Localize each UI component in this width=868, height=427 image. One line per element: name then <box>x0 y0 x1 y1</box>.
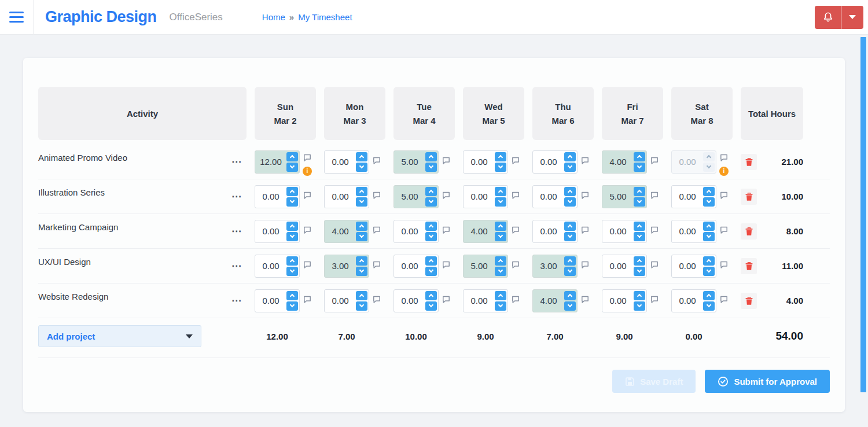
decrement-button[interactable] <box>564 197 576 207</box>
comment-icon[interactable] <box>581 157 589 164</box>
increment-button[interactable] <box>634 152 645 161</box>
decrement-button[interactable] <box>564 232 576 241</box>
decrement-button[interactable] <box>425 267 437 276</box>
hours-input[interactable]: 0.00 <box>255 255 300 278</box>
comment-icon[interactable] <box>373 192 381 199</box>
hours-input[interactable]: 3.00 <box>532 255 578 278</box>
hours-input[interactable]: 0.00 <box>602 255 647 278</box>
hours-input[interactable]: 4.00 <box>324 220 369 243</box>
row-menu-button[interactable]: ⋯ <box>231 261 243 271</box>
increment-button[interactable] <box>703 291 715 300</box>
delete-row-button[interactable] <box>741 258 757 274</box>
increment-button[interactable] <box>564 187 576 196</box>
decrement-button[interactable] <box>564 163 576 172</box>
hours-input[interactable]: 0.00 <box>393 220 439 243</box>
comment-icon[interactable] <box>512 261 520 268</box>
comment-icon[interactable] <box>720 154 728 161</box>
hours-input[interactable]: 0.00 <box>393 289 439 312</box>
decrement-button[interactable] <box>356 163 367 172</box>
increment-button[interactable] <box>425 291 437 300</box>
hours-input[interactable]: 5.00 <box>463 255 508 278</box>
row-menu-button[interactable]: ⋯ <box>231 157 243 167</box>
comment-icon[interactable] <box>720 261 728 268</box>
row-menu-button[interactable]: ⋯ <box>231 296 243 305</box>
decrement-button[interactable] <box>356 301 367 311</box>
hours-input[interactable]: 12.00 <box>255 150 300 174</box>
hours-input[interactable]: 5.00 <box>393 150 439 174</box>
hours-input[interactable]: 0.00 <box>532 220 578 243</box>
decrement-button[interactable] <box>495 232 506 241</box>
increment-button[interactable] <box>634 291 645 300</box>
decrement-button[interactable] <box>495 301 506 311</box>
increment-button[interactable] <box>425 187 437 196</box>
decrement-button[interactable] <box>703 232 715 241</box>
comment-icon[interactable] <box>512 192 520 199</box>
increment-button[interactable] <box>564 291 576 300</box>
scrollbar-thumb[interactable] <box>860 37 866 392</box>
comment-icon[interactable] <box>373 226 381 234</box>
increment-button[interactable] <box>425 256 437 266</box>
increment-button[interactable] <box>286 291 298 300</box>
comment-icon[interactable] <box>303 296 311 303</box>
comment-icon[interactable] <box>581 226 589 234</box>
delete-row-button[interactable] <box>741 293 757 309</box>
increment-button[interactable] <box>703 187 715 196</box>
comment-icon[interactable] <box>373 296 381 303</box>
increment-button[interactable] <box>634 256 645 266</box>
comment-icon[interactable] <box>581 261 589 268</box>
increment-button[interactable] <box>356 187 367 196</box>
hours-input[interactable]: 0.00 <box>532 185 578 208</box>
comment-icon[interactable] <box>442 157 450 164</box>
decrement-button[interactable] <box>356 267 367 276</box>
comment-icon[interactable] <box>303 192 311 199</box>
increment-button[interactable] <box>564 152 576 161</box>
comment-icon[interactable] <box>650 261 659 268</box>
decrement-button[interactable] <box>286 301 298 311</box>
comment-icon[interactable] <box>373 261 381 268</box>
decrement-button[interactable] <box>703 197 715 207</box>
decrement-button[interactable] <box>286 163 298 172</box>
delete-row-button[interactable] <box>741 189 757 205</box>
decrement-button[interactable] <box>634 232 645 241</box>
comment-icon[interactable] <box>303 154 311 161</box>
hours-input[interactable]: 4.00 <box>532 289 578 312</box>
decrement-button[interactable] <box>356 232 367 241</box>
hours-input[interactable]: 0.00 <box>671 185 716 208</box>
decrement-button[interactable] <box>703 301 715 311</box>
hours-input[interactable]: 0.00 <box>671 289 716 312</box>
decrement-button[interactable] <box>703 267 715 276</box>
increment-button[interactable] <box>286 222 298 231</box>
increment-button[interactable] <box>634 187 645 196</box>
increment-button[interactable] <box>286 187 298 196</box>
decrement-button[interactable] <box>564 301 576 311</box>
decrement-button[interactable] <box>425 197 437 207</box>
comment-icon[interactable] <box>512 157 520 164</box>
decrement-button[interactable] <box>356 197 367 207</box>
comment-icon[interactable] <box>581 192 589 199</box>
decrement-button[interactable] <box>634 197 645 207</box>
hours-input[interactable]: 0.00 <box>255 185 300 208</box>
hours-input[interactable]: 0.00 <box>463 185 508 208</box>
decrement-button[interactable] <box>495 197 506 207</box>
comment-icon[interactable] <box>581 296 589 303</box>
breadcrumb-current-link[interactable]: My Timesheet <box>298 12 352 22</box>
menu-button[interactable] <box>0 0 34 35</box>
hours-input[interactable]: 4.00 <box>602 150 647 174</box>
hours-input[interactable]: 5.00 <box>602 185 647 208</box>
comment-icon[interactable] <box>442 296 450 303</box>
increment-button[interactable] <box>495 256 506 266</box>
hours-input[interactable]: 0.00 <box>255 289 300 312</box>
delete-row-button[interactable] <box>741 223 757 240</box>
add-project-select[interactable]: Add project <box>38 325 201 347</box>
delete-row-button[interactable] <box>741 154 757 170</box>
hours-input[interactable]: 0.00 <box>602 289 647 312</box>
decrement-button[interactable] <box>634 267 645 276</box>
comment-icon[interactable] <box>512 296 520 303</box>
increment-button[interactable] <box>356 222 367 231</box>
comment-icon[interactable] <box>720 192 728 199</box>
decrement-button[interactable] <box>634 163 645 172</box>
comment-icon[interactable] <box>650 226 659 234</box>
decrement-button[interactable] <box>425 163 437 172</box>
notifications-button[interactable] <box>815 6 841 29</box>
comment-icon[interactable] <box>512 226 520 234</box>
